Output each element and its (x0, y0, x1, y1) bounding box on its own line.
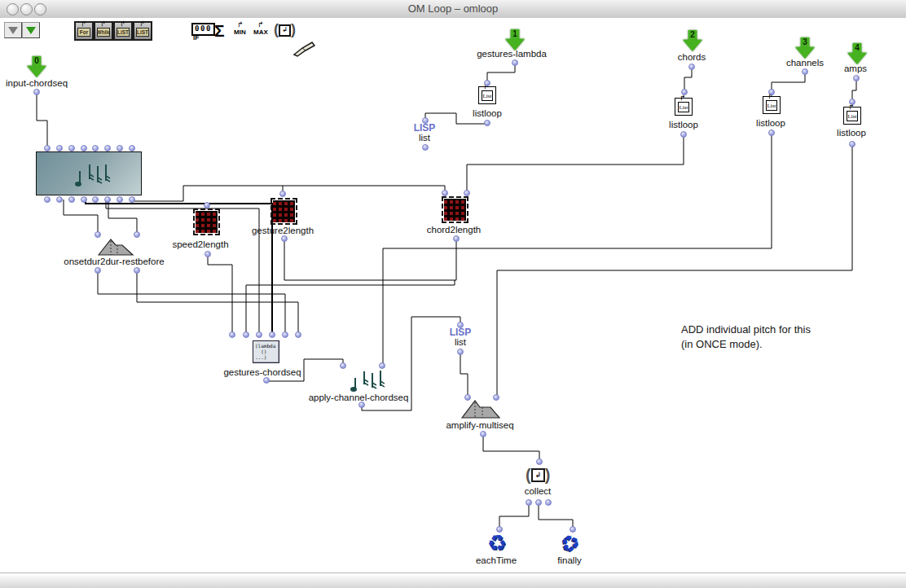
apply-channel-notes-icon[interactable] (349, 366, 385, 394)
finally-label[interactable]: finally (557, 555, 581, 565)
loop-input-3-label[interactable]: channels (786, 58, 824, 68)
connection-port[interactable] (464, 190, 470, 196)
connection-port[interactable] (279, 191, 286, 197)
patch-box-gesture2length-icon[interactable] (273, 200, 295, 222)
connection-port[interactable] (849, 99, 855, 105)
function-label[interactable]: onsetdur2dur-restbefore (64, 257, 164, 266)
connection-port[interactable] (104, 145, 111, 151)
connection-port[interactable] (229, 331, 235, 338)
loop-input-1-arrow-icon[interactable]: 1 (505, 29, 525, 50)
lisp-list-box-2[interactable]: LISPlist (450, 327, 472, 347)
apply-channel-label[interactable]: apply-channel-chordseq (309, 393, 409, 402)
connection-port[interactable] (117, 196, 123, 203)
connection-port[interactable] (442, 190, 448, 196)
connection-port[interactable] (526, 499, 532, 506)
patch-label[interactable]: chord2length (427, 225, 482, 235)
connection-port[interactable] (95, 231, 101, 238)
connection-port[interactable] (768, 89, 775, 95)
connection-port[interactable] (535, 499, 542, 506)
connection-port[interactable] (81, 196, 87, 203)
loop-input-4-arrow-icon[interactable]: 4 (847, 43, 867, 64)
listloop-box-gestures[interactable]: ↱List (478, 86, 496, 104)
function-label[interactable]: amplify-multiseq (446, 420, 513, 430)
connection-port[interactable] (281, 235, 288, 242)
patch-box-speed2length-icon[interactable] (196, 211, 218, 233)
connection-port[interactable] (204, 202, 210, 208)
connection-port[interactable] (680, 131, 687, 138)
connection-port[interactable] (263, 377, 270, 384)
loop-input-2-label[interactable]: chords (678, 52, 706, 62)
connection-port[interactable] (256, 331, 262, 338)
connection-port[interactable] (493, 394, 499, 401)
connection-port[interactable] (117, 145, 123, 151)
connection-port[interactable] (802, 68, 808, 75)
pen-edit-icon[interactable] (292, 40, 315, 58)
patch-label[interactable]: speed2length (172, 239, 228, 249)
connection-port[interactable] (95, 267, 101, 274)
eachtime-label[interactable]: eachTime (476, 555, 517, 565)
connection-port[interactable] (358, 402, 365, 408)
listloop-box-channels[interactable]: ↱List (763, 96, 781, 114)
connection-port[interactable] (457, 349, 464, 355)
connection-port[interactable] (81, 145, 87, 151)
loop-input-1-label[interactable]: gestures-lambda (477, 49, 547, 59)
listloop-box-chords[interactable]: ↱List (675, 98, 693, 116)
connection-port[interactable] (129, 196, 135, 203)
lambda-label[interactable]: gestures-chordseq (223, 367, 301, 377)
loop-input-0-label[interactable]: input-chordseq (6, 78, 68, 88)
connection-port[interactable] (68, 196, 75, 203)
patch-box-chord2length-icon[interactable] (444, 199, 466, 221)
connection-port[interactable] (484, 80, 490, 86)
connection-port[interactable] (422, 117, 429, 124)
connection-port[interactable] (33, 89, 40, 95)
function-box-amplify-icon[interactable] (461, 399, 502, 419)
collect-box-icon[interactable]: (↲) (526, 466, 550, 484)
connection-port[interactable] (536, 459, 543, 465)
connection-port[interactable] (496, 526, 503, 533)
connection-port[interactable] (688, 64, 695, 70)
connection-port[interactable] (44, 196, 51, 203)
connection-port[interactable] (464, 394, 471, 401)
connection-port[interactable] (484, 120, 490, 126)
loop-input-3-arrow-icon[interactable]: 3 (795, 37, 815, 59)
collect-label[interactable]: collect (525, 486, 552, 496)
loop-input-4-label[interactable]: amps (844, 64, 867, 73)
connection-port[interactable] (570, 526, 576, 533)
connection-port[interactable] (134, 231, 140, 238)
connection-port[interactable] (129, 145, 135, 151)
connection-port[interactable] (379, 362, 385, 369)
patch-label[interactable]: gesture2length (252, 226, 314, 235)
connection-port[interactable] (453, 235, 460, 242)
connection-port[interactable] (512, 59, 518, 66)
connection-port[interactable] (243, 331, 249, 338)
connection-port[interactable] (92, 196, 99, 203)
connection-port[interactable] (295, 331, 301, 338)
loop-input-0-arrow-icon[interactable]: 0 (27, 56, 46, 77)
connection-port[interactable] (681, 89, 688, 95)
connection-port[interactable] (480, 431, 486, 437)
connection-port[interactable] (92, 145, 99, 151)
connection-port[interactable] (340, 362, 346, 369)
connection-port[interactable] (269, 331, 275, 338)
connection-port[interactable] (56, 196, 63, 203)
connection-port[interactable] (104, 196, 111, 203)
lisp-list-box-1[interactable]: LISPlist (414, 123, 436, 143)
loop-input-2-arrow-icon[interactable]: 2 (683, 30, 702, 51)
connection-port[interactable] (68, 145, 75, 151)
comment-annotation[interactable]: ADD individual pitch for this (in ONCE m… (681, 323, 811, 352)
connection-port[interactable] (457, 322, 464, 328)
connection-port[interactable] (853, 75, 860, 81)
connection-port[interactable] (849, 141, 855, 147)
connection-port[interactable] (56, 145, 63, 151)
connection-port[interactable] (422, 144, 429, 151)
function-box-onsetdur-icon[interactable] (98, 238, 135, 256)
listloop-box-amps[interactable]: ↱List (843, 107, 861, 125)
connection-port[interactable] (134, 267, 140, 274)
connection-port[interactable] (768, 129, 775, 136)
connection-port[interactable] (44, 145, 51, 151)
eachtime-recycle-icon[interactable]: ♻ (487, 530, 507, 556)
connection-port[interactable] (205, 251, 211, 257)
connection-port[interactable] (545, 499, 552, 506)
lambda-box-gestures-chordseq[interactable]: (lambda ()...) (253, 340, 279, 363)
connection-port[interactable] (282, 331, 288, 338)
